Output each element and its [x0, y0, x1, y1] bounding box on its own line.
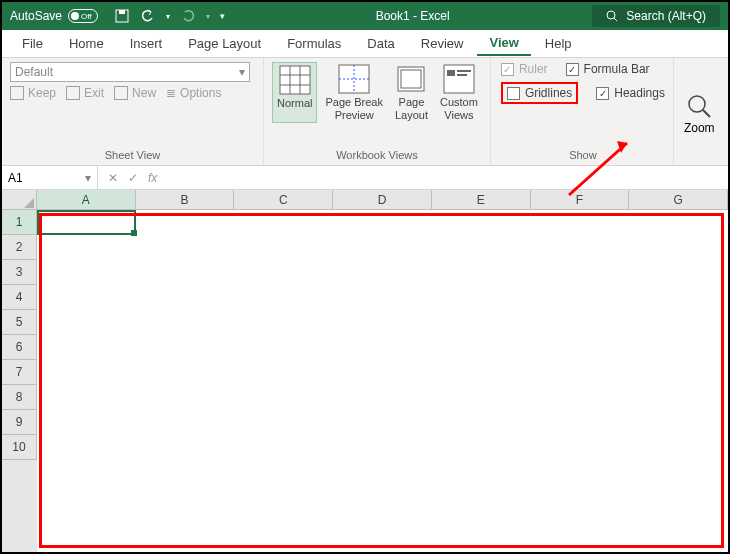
sheet-view-dropdown[interactable]: Default ▾	[10, 62, 250, 82]
row-header-8[interactable]: 8	[2, 385, 37, 410]
normal-view-icon	[279, 65, 311, 95]
keep-icon	[10, 86, 24, 100]
redo-dropdown-icon[interactable]: ▾	[206, 12, 210, 21]
ruler-checkbox[interactable]: ✓Ruler	[501, 62, 548, 76]
tab-insert[interactable]: Insert	[118, 32, 175, 55]
svg-line-3	[614, 18, 617, 21]
autosave-toggle[interactable]: Off	[68, 9, 98, 23]
undo-icon[interactable]	[140, 8, 156, 24]
col-header-d[interactable]: D	[333, 190, 432, 209]
keep-button[interactable]: Keep	[10, 86, 56, 100]
col-header-e[interactable]: E	[432, 190, 531, 209]
svg-point-2	[607, 11, 615, 19]
col-header-f[interactable]: F	[531, 190, 630, 209]
tab-page-layout[interactable]: Page Layout	[176, 32, 273, 55]
svg-line-19	[703, 110, 710, 117]
row-header-2[interactable]: 2	[2, 235, 37, 260]
new-button[interactable]: New	[114, 86, 156, 100]
chevron-down-icon: ▾	[85, 171, 91, 185]
undo-dropdown-icon[interactable]: ▾	[166, 12, 170, 21]
cancel-formula-icon[interactable]: ✕	[108, 171, 118, 185]
save-icon[interactable]	[114, 8, 130, 24]
enter-formula-icon[interactable]: ✓	[128, 171, 138, 185]
tab-home[interactable]: Home	[57, 32, 116, 55]
col-header-a[interactable]: A	[37, 190, 136, 209]
row-header-3[interactable]: 3	[2, 260, 37, 285]
tab-formulas[interactable]: Formulas	[275, 32, 353, 55]
formula-bar-checkbox[interactable]: ✓Formula Bar	[566, 62, 650, 76]
select-all-corner[interactable]	[2, 190, 37, 209]
svg-point-18	[689, 96, 705, 112]
row-header-7[interactable]: 7	[2, 360, 37, 385]
row-headers: 1 2 3 4 5 6 7 8 9 10	[2, 210, 37, 552]
document-title: Book1 - Excel	[233, 9, 592, 23]
svg-rect-15	[447, 70, 455, 76]
sheet-area: 1 2 3 4 5 6 7 8 9 10	[2, 210, 728, 552]
options-icon: ≣	[166, 86, 176, 100]
page-break-button[interactable]: Page Break Preview	[321, 62, 386, 123]
page-break-icon	[338, 64, 370, 94]
qat-customize-icon[interactable]: ▾	[220, 11, 225, 21]
ribbon-tabs: File Home Insert Page Layout Formulas Da…	[2, 30, 728, 58]
show-group-label: Show	[501, 149, 665, 163]
cell-grid[interactable]	[37, 210, 728, 552]
row-header-5[interactable]: 5	[2, 310, 37, 335]
exit-button[interactable]: Exit	[66, 86, 104, 100]
row-header-4[interactable]: 4	[2, 285, 37, 310]
tab-help[interactable]: Help	[533, 32, 584, 55]
custom-views-icon	[443, 64, 475, 94]
new-icon	[114, 86, 128, 100]
zoom-button[interactable]: Zoom	[674, 58, 725, 165]
redo-icon[interactable]	[180, 8, 196, 24]
svg-rect-12	[398, 67, 424, 91]
svg-rect-14	[444, 65, 474, 93]
row-header-10[interactable]: 10	[2, 435, 37, 460]
options-button[interactable]: ≣Options	[166, 86, 221, 100]
headings-checkbox[interactable]: ✓Headings	[596, 82, 665, 104]
search-icon	[606, 10, 618, 22]
fx-icon[interactable]: fx	[148, 171, 157, 185]
svg-rect-16	[457, 70, 471, 72]
tab-view[interactable]: View	[477, 31, 530, 56]
svg-rect-17	[457, 74, 467, 76]
workbook-views-group-label: Workbook Views	[272, 149, 482, 163]
title-bar: AutoSave Off ▾ ▾ ▾ Book1 - Excel Search …	[2, 2, 728, 30]
svg-rect-4	[280, 66, 310, 94]
row-header-6[interactable]: 6	[2, 335, 37, 360]
zoom-icon	[686, 93, 712, 119]
row-header-9[interactable]: 9	[2, 410, 37, 435]
page-layout-button[interactable]: Page Layout	[391, 62, 432, 123]
custom-views-button[interactable]: Custom Views	[436, 62, 482, 123]
tab-file[interactable]: File	[10, 32, 55, 55]
column-headers: A B C D E F G	[2, 190, 728, 210]
col-header-b[interactable]: B	[136, 190, 235, 209]
gridlines-checkbox[interactable]: Gridlines	[501, 82, 578, 104]
selected-cell[interactable]	[37, 210, 136, 235]
ribbon: Default ▾ Keep Exit New ≣Options Sheet V…	[2, 58, 728, 166]
col-header-g[interactable]: G	[629, 190, 728, 209]
col-header-c[interactable]: C	[234, 190, 333, 209]
sheet-view-group-label: Sheet View	[10, 149, 255, 163]
tab-review[interactable]: Review	[409, 32, 476, 55]
chevron-down-icon: ▾	[239, 65, 245, 79]
search-placeholder: Search (Alt+Q)	[626, 9, 706, 23]
autosave-label: AutoSave	[10, 9, 62, 23]
search-box[interactable]: Search (Alt+Q)	[592, 5, 720, 27]
name-box[interactable]: A1 ▾	[2, 166, 98, 189]
row-header-1[interactable]: 1	[2, 210, 37, 235]
normal-view-button[interactable]: Normal	[272, 62, 317, 123]
page-layout-icon	[395, 64, 427, 94]
formula-bar-row: A1 ▾ ✕ ✓ fx	[2, 166, 728, 190]
svg-rect-1	[119, 10, 125, 14]
tab-data[interactable]: Data	[355, 32, 406, 55]
exit-icon	[66, 86, 80, 100]
